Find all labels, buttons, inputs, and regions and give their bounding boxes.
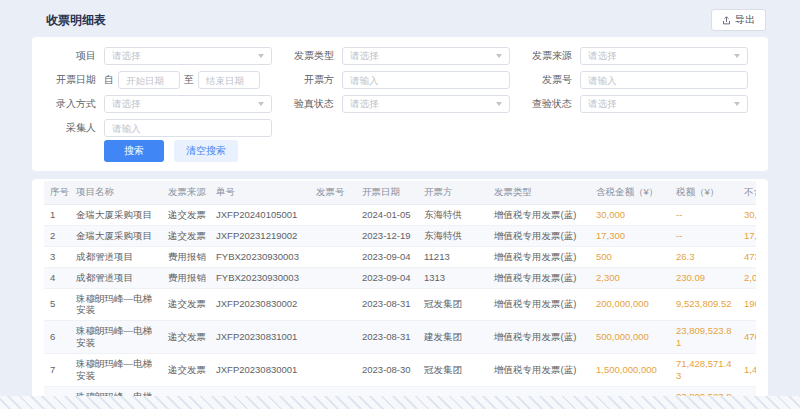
cell-project-name: 珠穆朗玛峰—电梯安装 [70,386,162,396]
table-row: 6 珠穆朗玛峰—电梯安装 递交发票 JXFP20230831001 2023-0… [44,321,756,354]
filter-invoice-no: 发票号 [516,71,754,89]
cell-tax-amount: 9,523,809.52 [670,288,738,321]
start-date-input[interactable] [118,71,180,89]
column-header: 开票日期 [356,181,418,205]
check-status-label: 查验状态 [516,97,572,111]
cell-tax-amount: -- [670,225,738,246]
table-row: 3 成都管道项目 费用报销 FYBX20230930003 2023-09-04… [44,246,756,267]
filter-entry-method: 录入方式 请选择 [40,95,278,113]
cell-project-name: 珠穆朗玛峰—电梯安装 [70,321,162,354]
cell-project-name: 金瑞大厦采购项目 [70,225,162,246]
cell-project-name: 成都管道项目 [70,267,162,288]
search-button[interactable]: 搜索 [104,140,164,162]
chevron-down-icon [734,102,740,106]
column-header: 发票号 [310,181,356,205]
table-scroll-area[interactable]: 序号项目名称发票来源单号发票号开票日期开票方发票类型含税金额（¥）税额（¥）不含… [44,181,756,396]
column-header: 单号 [210,181,310,205]
cell-tax-amount: 71,428,571.43 [670,354,738,387]
cell-tax-amount: 23,809,523.81 [670,386,738,396]
cell-order-no: FYBX20230930003 [210,246,310,267]
collector-input[interactable] [104,119,272,137]
table-header-row: 序号项目名称发票来源单号发票号开票日期开票方发票类型含税金额（¥）税额（¥）不含… [44,181,756,205]
cell-tax-amount: 23,809,523.81 [670,321,738,354]
issuer-input[interactable] [342,71,510,89]
cell-index: 2 [44,225,70,246]
invoice-date-label: 开票日期 [40,73,96,87]
filter-collector: 采集人 [40,119,278,137]
cell-invoice-date: 2023-08-30 [356,354,418,387]
check-status-select[interactable]: 请选择 [580,95,748,113]
cell-invoice-type: 增值税专用发票(蓝) [488,321,590,354]
cell-invoice-source: 递交发票 [162,205,210,226]
invoice-source-label: 发票来源 [516,49,572,63]
verify-status-select-placeholder: 请选择 [350,98,379,111]
cell-amount-excl-tax: 476,190,476.19 [738,386,756,396]
column-header: 税额（¥） [670,181,738,205]
cell-invoice-no [310,225,356,246]
cell-invoice-no [310,205,356,226]
cell-tax-amount: 26.3 [670,246,738,267]
invoice-no-input[interactable] [580,71,748,89]
cell-invoice-type: 增值税专用发票(蓝) [488,386,590,396]
end-date-input[interactable] [198,71,260,89]
column-header: 发票类型 [488,181,590,205]
verify-status-label: 验真状态 [278,97,334,111]
table-row: 5 珠穆朗玛峰—电梯安装 递交发票 JXFP20230830002 2023-0… [44,288,756,321]
export-label: 导出 [735,13,755,27]
invoice-type-select-placeholder: 请选择 [350,50,379,63]
invoice-no-label: 发票号 [516,73,572,87]
cell-tax-amount: -- [670,205,738,226]
cell-invoice-type: 增值税专用发票(蓝) [488,354,590,387]
verify-status-select[interactable]: 请选择 [342,95,510,113]
cell-index: 7 [44,354,70,387]
chevron-down-icon [496,54,502,58]
cell-index: 3 [44,246,70,267]
table-row: 1 金瑞大厦采购项目 递交发票 JXFP20240105001 2024-01-… [44,205,756,226]
filter-invoice-type: 发票类型 请选择 [278,47,516,65]
cell-issuer: 东海特供 [418,225,488,246]
cell-amount-excl-tax: 473.7 [738,246,756,267]
filter-panel: 项目 请选择 发票类型 请选择 发票来源 请选择 [32,37,768,171]
cell-invoice-date: 2023-09-04 [356,267,418,288]
project-select[interactable]: 请选择 [104,47,272,65]
filter-project: 项目 请选择 [40,47,278,65]
cell-invoice-source: 递交发票 [162,288,210,321]
entry-method-select[interactable]: 请选择 [104,95,272,113]
column-header: 含税金额（¥） [590,181,670,205]
export-icon [722,16,731,25]
date-to-label: 至 [184,73,194,87]
cell-invoice-source: 递交发票 [162,321,210,354]
cell-issuer: 建发集团 [418,386,488,396]
cell-invoice-type: 增值税专用发票(蓝) [488,267,590,288]
chevron-down-icon [496,102,502,106]
cell-amount-excl-tax: 30,000 [738,205,756,226]
cell-invoice-no [310,386,356,396]
filter-issuer: 开票方 [278,71,516,89]
clear-search-button[interactable]: 清空搜索 [174,140,238,162]
check-status-select-placeholder: 请选择 [588,98,617,111]
cell-order-no: FYBX20230930003 [210,267,310,288]
cell-amount-excl-tax: 2,069.91 [738,267,756,288]
cell-invoice-date: 2024-01-05 [356,205,418,226]
cell-project-name: 珠穆朗玛峰—电梯安装 [70,354,162,387]
invoice-source-select-placeholder: 请选择 [588,50,617,63]
invoice-source-select[interactable]: 请选择 [580,47,748,65]
cell-invoice-type: 增值税专用发票(蓝) [488,225,590,246]
cell-order-no: JXFP20230830002 [210,288,310,321]
project-label: 项目 [40,49,96,63]
table-body: 1 金瑞大厦采购项目 递交发票 JXFP20240105001 2024-01-… [44,205,756,397]
cell-invoice-type: 增值税专用发票(蓝) [488,288,590,321]
date-from-label: 自 [104,73,114,87]
cell-amount-incl-tax: 500,000,000 [590,321,670,354]
collector-label: 采集人 [40,121,96,135]
column-header: 发票来源 [162,181,210,205]
cell-invoice-type: 增值税专用发票(蓝) [488,205,590,226]
export-button[interactable]: 导出 [711,9,766,31]
invoice-type-select[interactable]: 请选择 [342,47,510,65]
cell-invoice-date: 2023-08-31 [356,288,418,321]
cell-order-no: JXFP20231219002 [210,225,310,246]
page-header: 收票明细表 导出 [32,7,768,33]
filter-invoice-source: 发票来源 请选择 [516,47,754,65]
page-title: 收票明细表 [46,12,106,29]
column-header: 不含税金额（¥） [738,181,756,205]
